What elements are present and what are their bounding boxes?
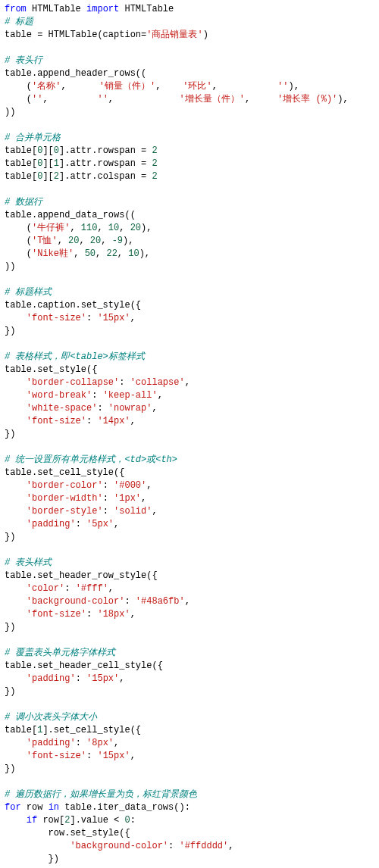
comment: # 覆盖表头单元格字体样式 <box>5 648 115 658</box>
line: 'font-size': '14px', <box>5 416 136 426</box>
line: table.set_header_row_style({ <box>5 570 158 581</box>
comment: # 数据行 <box>5 197 42 208</box>
line: table.caption.set_style({ <box>5 300 141 311</box>
line: 'padding': '5px', <box>5 519 119 529</box>
comment: # 标题 <box>5 17 33 27</box>
line: table[0][1].attr.rowspan = 2 <box>5 158 158 169</box>
line: 'white-space': 'nowrap', <box>5 403 158 414</box>
line: )) <box>5 261 15 272</box>
line: ('名称', '销量（件）', '环比', ''), <box>5 81 299 92</box>
comment: # 表头行 <box>5 55 42 66</box>
line: }) <box>5 686 15 697</box>
line: 'background-color': '#48a6fb', <box>5 596 190 607</box>
line: }) <box>5 429 15 439</box>
line: table[0][0].attr.rowspan = 2 <box>5 145 158 156</box>
line: }) <box>5 532 15 542</box>
line: table.append_data_rows(( <box>5 210 136 220</box>
line: }) <box>5 854 59 864</box>
line: ('牛仔裤', 110, 10, 20), <box>5 223 152 233</box>
line: )) <box>5 107 15 117</box>
line: row.set_style({ <box>5 828 130 838</box>
keyword-in: in <box>49 802 59 813</box>
comment: # 遍历数据行，如果增长量为负，标红背景颜色 <box>5 789 197 800</box>
line: table.set_style({ <box>5 364 97 375</box>
line: from HTMLTable import HTMLTable <box>5 4 174 14</box>
comment: # 调小次表头字体大小 <box>5 712 97 723</box>
line: ('T恤', 20, 20, -9), <box>5 236 133 246</box>
line: table = HTMLTable(caption='商品销量表') <box>5 30 208 40</box>
line: table.set_cell_style({ <box>5 467 124 478</box>
line: 'font-size': '18px', <box>5 609 136 620</box>
line: table.set_header_cell_style({ <box>5 660 163 671</box>
line: 'font-size': '15px', <box>5 751 136 761</box>
line: 'background-color': '#ffdddd', <box>5 841 233 851</box>
line: table.append_header_rows(( <box>5 68 146 79</box>
line: for row in table.iter_data_rows(): <box>5 802 190 813</box>
line: ('Nike鞋', 50, 22, 10), <box>5 248 150 259</box>
line: table[0][2].attr.colspan = 2 <box>5 171 158 182</box>
line: 'padding': '15px', <box>5 673 124 684</box>
line: }) <box>5 622 15 632</box>
comment: # 统一设置所有单元格样式，<td>或<th> <box>5 454 177 465</box>
comment: # 表格样式，即<table>标签样式 <box>5 351 145 362</box>
keyword-if: if <box>27 815 37 826</box>
line: 'border-collapse': 'collapse', <box>5 377 190 388</box>
comment: # 合并单元格 <box>5 133 61 143</box>
line: }) <box>5 326 15 336</box>
line: 'border-style': 'solid', <box>5 506 158 517</box>
string: '商品销量表' <box>146 30 202 40</box>
comment: # 标题样式 <box>5 287 52 298</box>
line: table[1].set_cell_style({ <box>5 725 141 735</box>
line: 'word-break': 'keep-all', <box>5 390 163 401</box>
line: ('', '', '增长量（件）', '增长率 (%)'), <box>5 94 349 105</box>
line: 'padding': '8px', <box>5 738 119 748</box>
line: 'border-color': '#000', <box>5 480 152 491</box>
line: 'border-width': '1px', <box>5 493 146 504</box>
comment: # 表头样式 <box>5 557 52 568</box>
keyword-import: import <box>86 4 119 14</box>
code-block: from HTMLTable import HTMLTable # 标题 tab… <box>0 0 379 868</box>
line: if row[2].value < 0: <box>5 815 136 826</box>
line: 'color': '#fff', <box>5 583 114 594</box>
line: 'font-size': '15px', <box>5 313 136 323</box>
keyword-from: from <box>5 4 27 14</box>
keyword-for: for <box>5 802 21 813</box>
line: }) <box>5 763 15 774</box>
